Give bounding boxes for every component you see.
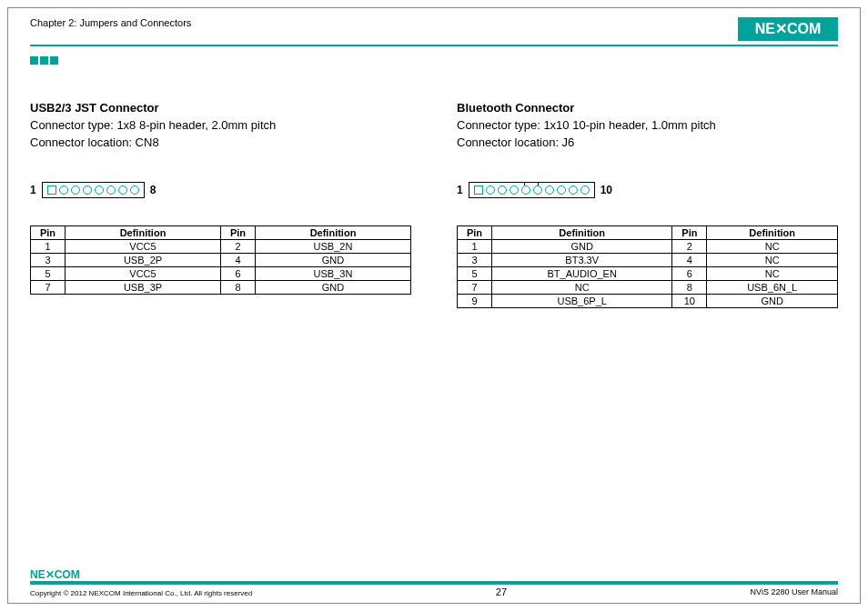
- manual-name: NViS 2280 User Manual: [751, 587, 838, 596]
- usb-type: Connector type: 1x8 8-pin header, 2.0mm …: [30, 118, 411, 132]
- usb-pin-start: 1: [30, 184, 36, 196]
- table-row: 3BT3.3V4NC: [458, 254, 838, 267]
- svg-text:NE✕COM: NE✕COM: [30, 568, 80, 581]
- footer: NE✕COM Copyright © 2012 NEXCOM Internati…: [30, 568, 838, 597]
- bt-location: Connector location: J6: [457, 135, 838, 149]
- page-number: 27: [496, 586, 507, 597]
- nexcom-logo-large: NE✕COM: [738, 17, 838, 41]
- pin-icon: [95, 185, 104, 195]
- table-header-row: Pin Definition Pin Definition: [458, 226, 838, 240]
- bt-type: Connector type: 1x10 10-pin header, 1.0m…: [457, 118, 838, 132]
- pin-icon: [521, 185, 530, 195]
- pin-icon: [71, 185, 80, 195]
- pin-icon: [474, 185, 483, 195]
- bt-connector-diagram: 1 10: [457, 182, 838, 198]
- col-pin: Pin: [31, 226, 66, 240]
- bt-pin-start: 1: [457, 184, 463, 196]
- col-def: Definition: [66, 226, 221, 240]
- svg-text:NE✕COM: NE✕COM: [755, 21, 822, 36]
- usb-connector-section: USB2/3 JST Connector Connector type: 1x8…: [30, 101, 411, 308]
- table-row: 1GND2NC: [458, 240, 838, 254]
- table-row: 9USB_6P_L10GND: [458, 295, 838, 308]
- bt-pin-end: 10: [601, 184, 612, 196]
- nexcom-logo-small: NE✕COM: [30, 568, 838, 581]
- table-header-row: Pin Definition Pin Definition: [31, 226, 411, 240]
- table-row: 3USB_2P4GND: [31, 254, 411, 267]
- bluetooth-connector-section: Bluetooth Connector Connector type: 1x10…: [457, 101, 838, 308]
- pin-icon: [545, 185, 554, 195]
- decorative-squares: [30, 52, 838, 68]
- col-pin2: Pin: [672, 226, 707, 240]
- usb-title: USB2/3 JST Connector: [30, 101, 411, 115]
- usb-location: Connector location: CN8: [30, 135, 411, 149]
- col-pin2: Pin: [221, 226, 256, 240]
- col-def: Definition: [492, 226, 672, 240]
- pin-icon: [106, 185, 116, 195]
- usb-pin-table: Pin Definition Pin Definition 1VCC52USB_…: [30, 225, 411, 295]
- pin-icon: [498, 185, 507, 195]
- table-row: 1VCC52USB_2N: [31, 240, 411, 254]
- pin-icon: [533, 185, 542, 195]
- col-pin: Pin: [458, 226, 492, 240]
- pin-icon: [47, 185, 56, 195]
- bt-connector-box: [469, 182, 595, 198]
- pin-icon: [130, 185, 139, 195]
- usb-pin-end: 8: [150, 184, 156, 196]
- col-def2: Definition: [707, 226, 838, 240]
- content-columns: USB2/3 JST Connector Connector type: 1x8…: [30, 101, 838, 308]
- page: Chapter 2: Jumpers and Connectors NE✕COM…: [7, 7, 861, 604]
- pin-icon: [486, 185, 495, 195]
- header-divider: [30, 45, 838, 46]
- usb-connector-diagram: 1 8: [30, 182, 411, 198]
- bt-title: Bluetooth Connector: [457, 101, 838, 115]
- header: Chapter 2: Jumpers and Connectors NE✕COM: [30, 8, 838, 41]
- table-row: 7USB_3P8GND: [31, 281, 411, 295]
- pin-icon: [510, 185, 519, 195]
- footer-divider: [30, 581, 838, 585]
- table-row: 5VCC56USB_3N: [31, 267, 411, 281]
- pin-icon: [83, 185, 92, 195]
- footer-row: Copyright © 2012 NEXCOM International Co…: [30, 586, 838, 597]
- table-row: 5BT_AUDIO_EN6NC: [458, 267, 838, 281]
- table-row: 7NC8USB_6N_L: [458, 281, 838, 295]
- pin-icon: [118, 185, 127, 195]
- copyright-text: Copyright © 2012 NEXCOM International Co…: [30, 589, 252, 597]
- bt-pin-table: Pin Definition Pin Definition 1GND2NC 3B…: [457, 225, 838, 308]
- col-def2: Definition: [256, 226, 411, 240]
- pin-icon: [59, 185, 68, 195]
- pin-icon: [557, 185, 566, 195]
- chapter-label: Chapter 2: Jumpers and Connectors: [30, 17, 191, 28]
- pin-icon: [580, 185, 590, 195]
- usb-connector-box: [42, 182, 145, 198]
- pin-icon: [569, 185, 578, 195]
